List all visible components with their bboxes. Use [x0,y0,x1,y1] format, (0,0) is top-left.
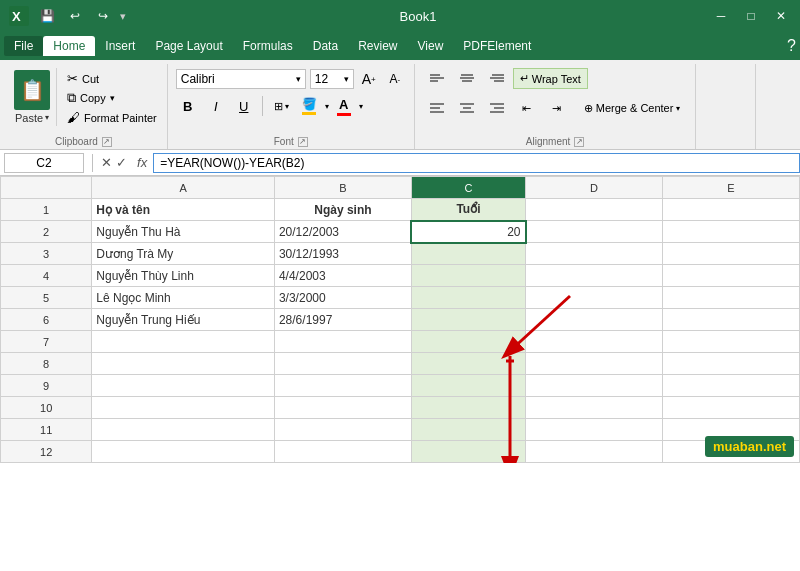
col-header-a[interactable]: A [92,177,275,199]
menu-view[interactable]: View [408,36,454,56]
row-header-7[interactable]: 7 [1,331,92,353]
menu-formulas[interactable]: Formulas [233,36,303,56]
align-center-button[interactable] [453,96,481,120]
font-color-arrow[interactable]: ▾ [359,102,363,111]
cell-8-C[interactable] [411,353,525,375]
cell-3-A[interactable]: Dương Trà My [92,243,275,265]
cell-6-B[interactable]: 28/6/1997 [274,309,411,331]
copy-dropdown[interactable]: ▾ [110,93,115,103]
row-header-4[interactable]: 4 [1,265,92,287]
cell-11-D[interactable] [526,419,663,441]
row-header-12[interactable]: 12 [1,441,92,463]
restore-icon[interactable]: □ [740,5,762,27]
cell-7-D[interactable] [526,331,663,353]
row-header-6[interactable]: 6 [1,309,92,331]
cell-11-A[interactable] [92,419,275,441]
cell-5-C[interactable] [411,287,525,309]
align-top-left-button[interactable] [423,68,451,92]
cell-4-B[interactable]: 4/4/2003 [274,265,411,287]
menu-file[interactable]: File [4,36,43,56]
paste-dropdown-arrow[interactable]: ▾ [45,113,49,122]
cell-1-B[interactable]: Ngày sinh [274,199,411,221]
cell-9-D[interactable] [526,375,663,397]
cell-9-A[interactable] [92,375,275,397]
menu-pdelement[interactable]: PDFElement [453,36,541,56]
cell-9-E[interactable] [663,375,800,397]
merge-arrow[interactable]: ▾ [676,104,680,113]
align-right-button[interactable] [483,96,511,120]
font-increase-button[interactable]: A+ [358,68,380,90]
italic-button[interactable]: I [204,94,228,118]
cell-10-A[interactable] [92,397,275,419]
row-header-10[interactable]: 10 [1,397,92,419]
col-header-b[interactable]: B [274,177,411,199]
menu-review[interactable]: Review [348,36,407,56]
border-button[interactable]: ⊞ ▾ [269,97,294,116]
cell-1-E[interactable] [663,199,800,221]
cell-7-A[interactable] [92,331,275,353]
cell-4-E[interactable] [663,265,800,287]
fill-color-arrow[interactable]: ▾ [325,102,329,111]
decrease-indent-button[interactable]: ⇤ [513,96,541,120]
cell-1-C[interactable]: Tuổi [411,199,525,221]
menu-data[interactable]: Data [303,36,348,56]
format-painter-button[interactable]: 🖌 Format Painter [65,109,159,126]
cell-3-D[interactable] [526,243,663,265]
cell-3-E[interactable] [663,243,800,265]
underline-button[interactable]: U [232,94,256,118]
cell-5-D[interactable] [526,287,663,309]
cell-reference-input[interactable] [4,153,84,173]
cell-8-B[interactable] [274,353,411,375]
menu-page-layout[interactable]: Page Layout [145,36,232,56]
increase-indent-button[interactable]: ⇥ [543,96,571,120]
cell-10-D[interactable] [526,397,663,419]
bold-button[interactable]: B [176,94,200,118]
row-header-1[interactable]: 1 [1,199,92,221]
minimize-icon[interactable]: ─ [710,5,732,27]
menu-insert[interactable]: Insert [95,36,145,56]
cell-10-E[interactable] [663,397,800,419]
fill-color-button[interactable]: 🪣 [298,95,321,117]
cell-1-A[interactable]: Họ và tên [92,199,275,221]
merge-center-button[interactable]: ⊕ Merge & Center ▾ [577,98,688,119]
help-icon[interactable]: ? [787,37,796,55]
close-icon[interactable]: ✕ [770,5,792,27]
cell-12-D[interactable] [526,441,663,463]
paste-button[interactable]: 📋 Paste ▾ [8,68,57,126]
copy-button[interactable]: ⧉ Copy ▾ [65,89,159,107]
cell-8-A[interactable] [92,353,275,375]
row-header-8[interactable]: 8 [1,353,92,375]
align-top-right-button[interactable] [483,68,511,92]
cell-8-D[interactable] [526,353,663,375]
cell-4-C[interactable] [411,265,525,287]
cell-8-E[interactable] [663,353,800,375]
save-icon[interactable]: 💾 [36,5,58,27]
cell-7-C[interactable] [411,331,525,353]
confirm-formula-icon[interactable]: ✓ [116,155,127,170]
wrap-text-button[interactable]: ↵ Wrap Text [513,68,588,89]
cell-11-B[interactable] [274,419,411,441]
cell-1-D[interactable] [526,199,663,221]
cell-12-B[interactable] [274,441,411,463]
cell-10-B[interactable] [274,397,411,419]
undo-icon[interactable]: ↩ [64,5,86,27]
quick-access-more[interactable]: ▾ [120,10,126,23]
align-left-button[interactable] [423,96,451,120]
col-header-c[interactable]: C [411,177,525,199]
cell-6-E[interactable] [663,309,800,331]
cell-3-C[interactable] [411,243,525,265]
cell-10-C[interactable] [411,397,525,419]
row-header-11[interactable]: 11 [1,419,92,441]
font-decrease-button[interactable]: A- [384,68,406,90]
col-header-d[interactable]: D [526,177,663,199]
cell-2-A[interactable]: Nguyễn Thu Hà [92,221,275,243]
font-size-select[interactable]: 12 ▾ [310,69,354,89]
col-header-e[interactable]: E [663,177,800,199]
cell-7-B[interactable] [274,331,411,353]
cell-3-B[interactable]: 30/12/1993 [274,243,411,265]
row-header-2[interactable]: 2 [1,221,92,243]
cell-6-A[interactable]: Nguyễn Trung Hiếu [92,309,275,331]
cell-11-C[interactable] [411,419,525,441]
cell-6-D[interactable] [526,309,663,331]
cell-6-C[interactable] [411,309,525,331]
